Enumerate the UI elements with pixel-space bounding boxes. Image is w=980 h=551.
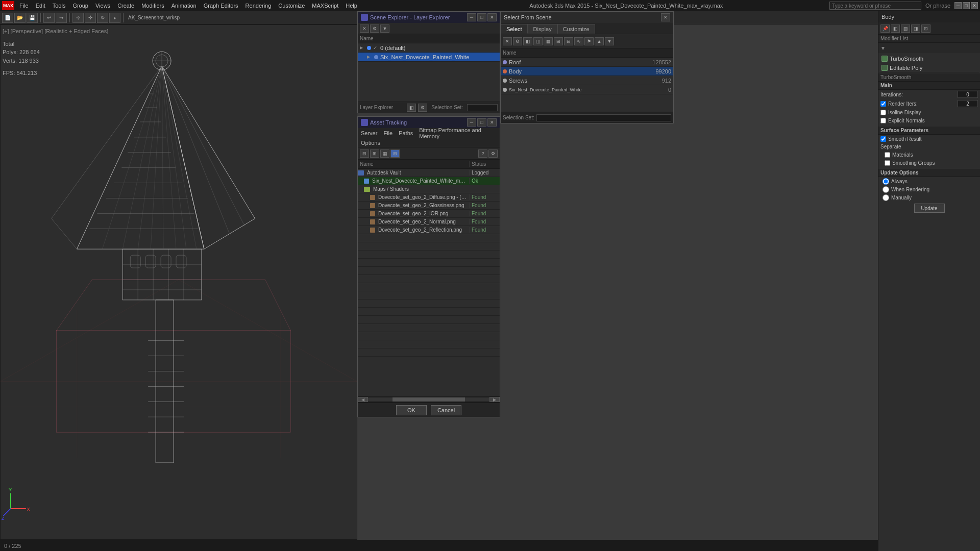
at-menu-file[interactable]: File xyxy=(382,130,394,137)
scroll-thumb[interactable] xyxy=(393,397,465,402)
menu-animation[interactable]: Animation xyxy=(168,2,200,10)
at-close[interactable]: ✕ xyxy=(487,118,497,127)
at-menu-server[interactable]: Server xyxy=(360,130,378,137)
ss-tb-8[interactable]: ∿ xyxy=(574,37,583,45)
scene-explorer-close[interactable]: ✕ xyxy=(487,13,497,21)
se-btn-1[interactable]: ✕ xyxy=(360,24,369,33)
rp-btn-pin[interactable]: 📌 xyxy=(880,24,890,33)
layer-row-default[interactable]: ▶ ✓ 0 (default) xyxy=(358,43,500,53)
asset-row-maps[interactable]: Maps / Shaders xyxy=(358,185,500,193)
at-tb-settings[interactable]: ⚙ xyxy=(488,149,498,158)
ss-tb-4[interactable]: ◫ xyxy=(533,37,543,45)
asset-row-normal[interactable]: Dovecote_set_geo_2_Normal.png Found xyxy=(358,218,500,226)
at-menu-paths[interactable]: Paths xyxy=(398,130,414,137)
menu-create[interactable]: Create xyxy=(114,2,137,10)
new-button[interactable]: 📄 xyxy=(2,13,13,23)
rotate-button[interactable]: ↻ xyxy=(97,13,108,23)
menu-modifiers[interactable]: Modifiers xyxy=(138,2,167,10)
modifier-editable-poly[interactable]: Editable Poly xyxy=(879,63,979,72)
menu-views[interactable]: Views xyxy=(92,2,113,10)
minimize-button[interactable]: ─ xyxy=(954,2,962,9)
menu-help[interactable]: Help xyxy=(342,2,360,10)
scene-explorer-maximize[interactable]: □ xyxy=(477,13,486,21)
rp-btn-4[interactable]: ◨ xyxy=(911,24,920,33)
scroll-right[interactable]: ▶ xyxy=(489,397,500,402)
scale-button[interactable]: ⬧ xyxy=(109,13,120,23)
asset-scrollbar[interactable]: ◀ ▶ xyxy=(358,396,500,403)
ss-tb-2[interactable]: ⚙ xyxy=(513,37,522,45)
search-input[interactable] xyxy=(829,2,921,10)
update-button[interactable]: Update xyxy=(914,204,945,213)
asset-row-diffuse[interactable]: Dovecote_set_geo_2_Diffuse.png - ( Left … xyxy=(358,193,500,202)
viewport[interactable]: [+] [Perspective] [Realistic + Edged Fac… xyxy=(0,24,357,540)
se-btn-2[interactable]: ⚙ xyxy=(370,24,379,33)
redo-button[interactable]: ↪ xyxy=(56,13,67,23)
rp-btn-5[interactable]: ⊡ xyxy=(921,24,930,33)
asset-row-ior[interactable]: Dovecote_set_geo_2_IOR.png Found xyxy=(358,210,500,218)
open-button[interactable]: 📂 xyxy=(14,13,26,23)
move-button[interactable]: ✛ xyxy=(85,13,96,23)
asset-row-vault[interactable]: Autodesk Vault Logged xyxy=(358,169,500,177)
tab-display[interactable]: Display xyxy=(528,24,557,34)
ss-tb-6[interactable]: ⊞ xyxy=(554,37,563,45)
ss-selection-set-input[interactable] xyxy=(536,114,671,121)
ss-tb-1[interactable]: ✕ xyxy=(503,37,512,45)
scroll-left[interactable]: ◀ xyxy=(358,397,368,402)
render-iters-checkbox[interactable] xyxy=(880,101,886,107)
menu-rendering[interactable]: Rendering xyxy=(242,2,275,10)
at-tb-3[interactable]: ▦ xyxy=(380,149,389,158)
explicit-normals-checkbox[interactable] xyxy=(880,118,886,123)
render-iters-input[interactable] xyxy=(958,100,978,107)
ss-row-body[interactable]: Body 99200 xyxy=(501,67,673,76)
menu-scripting[interactable]: MAXScript xyxy=(309,2,341,10)
at-tb-help[interactable]: ? xyxy=(478,149,487,158)
le-btn-1[interactable]: ◧ xyxy=(407,104,416,112)
tab-select[interactable]: Select xyxy=(501,24,528,34)
always-radio[interactable] xyxy=(883,178,889,185)
materials-checkbox[interactable] xyxy=(885,152,890,158)
at-maximize[interactable]: □ xyxy=(477,118,486,127)
iterations-input[interactable] xyxy=(958,91,978,98)
at-minimize[interactable]: ─ xyxy=(467,118,476,127)
ss-tb-7[interactable]: ⊟ xyxy=(564,37,573,45)
ss-row-screws[interactable]: Screws 912 xyxy=(501,76,673,85)
se-btn-3[interactable]: ▼ xyxy=(380,24,389,33)
menu-file[interactable]: File xyxy=(16,2,32,10)
scene-explorer-minimize[interactable]: ─ xyxy=(467,13,476,21)
ss-tb-11[interactable]: ▼ xyxy=(605,37,614,45)
ss-row-roof[interactable]: Roof 128552 xyxy=(501,58,673,67)
le-btn-2[interactable]: ⚙ xyxy=(418,104,427,112)
menu-edit[interactable]: Edit xyxy=(33,2,48,10)
menu-tools[interactable]: Tools xyxy=(50,2,69,10)
close-button[interactable]: ✕ xyxy=(971,2,978,9)
rp-btn-3[interactable]: ▧ xyxy=(901,24,910,33)
ss-row-six-nest[interactable]: Six_Nest_Dovecote_Painted_White 0 xyxy=(501,85,673,94)
when-rendering-radio[interactable] xyxy=(883,186,889,193)
modifier-turbesmooth[interactable]: TurboSmooth xyxy=(879,54,979,63)
ok-button[interactable]: OK xyxy=(396,405,427,415)
asset-row-maxfile[interactable]: Six_Nest_Dovecote_Painted_White_max_vray… xyxy=(358,177,500,185)
at-tb-2[interactable]: ⊞ xyxy=(370,149,379,158)
save-button[interactable]: 💾 xyxy=(27,13,38,23)
at-tb-1[interactable]: ⊟ xyxy=(360,149,369,158)
selection-set-input[interactable] xyxy=(467,104,498,111)
manually-radio[interactable] xyxy=(883,194,889,201)
undo-button[interactable]: ↩ xyxy=(43,13,55,23)
asset-row-reflection[interactable]: Dovecote_set_geo_2_Reflection.png Found xyxy=(358,226,500,234)
select-button[interactable]: ⊹ xyxy=(72,13,84,23)
tab-customize[interactable]: Customize xyxy=(557,24,595,34)
menu-customize[interactable]: Customize xyxy=(275,2,308,10)
menu-group[interactable]: Group xyxy=(69,2,91,10)
at-tb-4[interactable]: ⊞ xyxy=(390,149,400,158)
at-menu-bitmap[interactable]: Bitmap Performance and Memory xyxy=(418,127,498,140)
isoline-checkbox[interactable] xyxy=(880,110,886,115)
ss-tb-5[interactable]: ▦ xyxy=(544,37,553,45)
layer-row-painted-white[interactable]: ▶ Six_Nest_Dovecote_Painted_White xyxy=(358,53,500,62)
modifier-list-dropdown[interactable]: ▼ xyxy=(878,43,980,53)
maximize-button[interactable]: □ xyxy=(963,2,970,9)
rp-btn-2[interactable]: ◧ xyxy=(891,24,900,33)
at-options[interactable]: Options xyxy=(360,139,381,146)
smooth-result-checkbox[interactable] xyxy=(880,136,886,142)
smoothing-groups-checkbox[interactable] xyxy=(885,160,890,166)
ss-tb-3[interactable]: ◧ xyxy=(523,37,532,45)
